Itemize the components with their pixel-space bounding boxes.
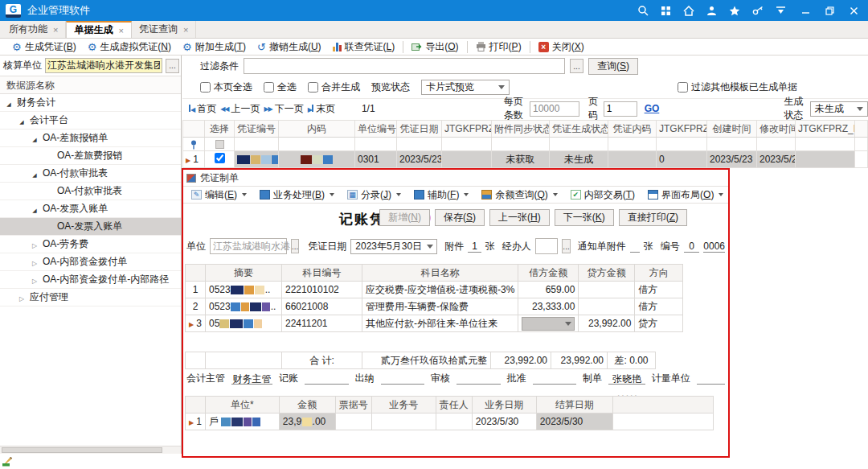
collapse-icon[interactable] — [31, 239, 39, 250]
generation-status-select[interactable]: 未生成 — [810, 101, 868, 117]
close-icon[interactable] — [850, 6, 858, 15]
user-icon[interactable] — [706, 6, 717, 16]
tab-close-icon[interactable] — [183, 24, 188, 35]
list-data-row[interactable]: 1 0301 2023/5/23 未获取 未生成 0 2023/5/23 202… — [183, 151, 868, 168]
debit-amount-dropdown[interactable] — [522, 317, 575, 331]
tree-item-payment-approval[interactable]: OA-付款审批表 — [0, 165, 181, 183]
edit-menu[interactable]: ✎编辑(E) — [187, 187, 251, 203]
go-link[interactable]: GO — [645, 103, 660, 114]
direct-print-button[interactable]: 直接打印(Z) — [619, 209, 687, 226]
entry-row[interactable]: 2 0523.. 66021008 管理费用-车辆费-保险费 23,333.00… — [186, 298, 683, 315]
tree-item-labor-fee[interactable]: OA-劳务费 — [0, 236, 181, 253]
business-process-menu[interactable]: 业务处理(B) — [256, 187, 338, 203]
star-icon[interactable] — [729, 6, 740, 16]
attachment-count-field[interactable]: 1 — [468, 241, 481, 253]
collapse-icon[interactable] — [31, 257, 39, 268]
expand-icon[interactable] — [5, 97, 13, 109]
search-icon[interactable] — [637, 5, 649, 16]
entry-row[interactable]: 1 0523.. 2221010102 应交税费-应交增值税-进项税额-3% 6… — [186, 282, 683, 298]
expand-icon[interactable] — [31, 204, 39, 215]
notice-count-field[interactable] — [630, 241, 640, 253]
voucher-no-field-2[interactable]: 0006 — [703, 241, 725, 253]
unit-more-button[interactable]: ... — [291, 239, 299, 253]
accounting-unit-input[interactable] — [45, 58, 162, 73]
print-button[interactable]: 打印(P) — [470, 39, 527, 55]
scrollbar-thumb[interactable] — [2, 447, 162, 453]
auditor-field[interactable] — [457, 372, 501, 385]
tab-document-generation[interactable]: 单据生成 — [66, 21, 131, 38]
merge-generate-checkbox[interactable]: 合并生成 — [308, 80, 360, 94]
tree-item-accounting-platform[interactable]: 会计平台 — [0, 112, 181, 130]
detail-data-row[interactable]: 1 戶 23,992.00 2023/5/30 2023/5/30 — [186, 413, 714, 430]
generate-virtual-voucher-button[interactable]: ⚙生成虚拟凭证(N) — [82, 39, 177, 55]
unit-field[interactable]: 江苏盐城港响水港... — [210, 238, 287, 254]
layout-menu[interactable]: 界面布局(O) — [644, 187, 727, 203]
tree-item-invoice-entry[interactable]: OA-发票入账单 — [0, 200, 181, 218]
next-voucher-button[interactable]: 下一张(K) — [555, 209, 614, 226]
collapse-icon[interactable] — [18, 292, 26, 303]
filter-more-button[interactable]: ... — [570, 59, 583, 73]
export-button[interactable]: 导出(O) — [406, 39, 464, 55]
tab-voucher-query[interactable]: 凭证查询 — [132, 21, 196, 38]
undo-generate-button[interactable]: ↺撤销生成(U) — [252, 39, 327, 55]
expand-icon[interactable] — [31, 133, 39, 144]
filter-other-templates-checkbox[interactable]: 过滤其他模板已生成单据 — [678, 80, 797, 94]
voucher-no-field-1[interactable]: 0 — [684, 241, 700, 253]
checkbox[interactable] — [200, 82, 211, 93]
entries-menu[interactable]: ▦分录(J) — [343, 187, 405, 203]
expand-icon[interactable] — [18, 115, 26, 126]
debit-amount-cell[interactable] — [518, 315, 579, 332]
select-all-checkbox[interactable]: 全选 — [264, 80, 297, 94]
minimize-icon[interactable] — [801, 6, 810, 15]
entry-row-selected[interactable]: 3 05 22411201 其他应付款-外部往来-单位往来 23,992.00 … — [186, 315, 683, 332]
tab-close-icon[interactable] — [53, 24, 58, 35]
cashier-field[interactable] — [381, 372, 425, 385]
tree-item-travel-expense-form[interactable]: OA-差旅报销单 — [0, 130, 181, 147]
add-button[interactable]: 新增(N) — [379, 209, 430, 226]
filter-menu-icon[interactable] — [776, 6, 786, 15]
tree-item-payment-approval-leaf[interactable]: OA-付款审批表 — [0, 183, 181, 200]
measure-unit-field[interactable] — [697, 372, 725, 385]
page-number-input[interactable] — [604, 101, 637, 117]
preview-state-select[interactable]: 卡片式预览 — [421, 80, 510, 95]
apps-icon[interactable] — [661, 6, 671, 16]
prev-page-button[interactable]: ◀◀上一页 — [220, 102, 260, 116]
per-page-input[interactable] — [530, 101, 579, 117]
handler-field[interactable] — [535, 238, 559, 254]
row-checkbox[interactable] — [215, 153, 225, 163]
select-page-checkbox[interactable]: 本页全选 — [200, 80, 252, 94]
close-button[interactable]: 关闭(X) — [533, 39, 590, 55]
tree-item-financial-accounting[interactable]: 财务会计 — [0, 94, 181, 112]
checkbox[interactable] — [264, 82, 274, 93]
balance-query-menu[interactable]: 余额查询(Q) — [477, 187, 561, 203]
query-button[interactable]: 查询(S) — [588, 58, 638, 75]
tab-all-functions[interactable]: 所有功能 — [2, 21, 66, 38]
last-page-button[interactable]: ▶末页 — [308, 102, 335, 116]
linked-query-voucher-button[interactable]: 联查凭证(L) — [327, 39, 401, 55]
checkbox[interactable] — [308, 82, 318, 93]
maker-value[interactable]: 张晓艳 — [608, 372, 645, 385]
horizontal-scrollbar[interactable] — [0, 446, 181, 454]
row-select-cell[interactable] — [205, 151, 235, 168]
tab-close-icon[interactable] — [118, 25, 123, 36]
home-icon[interactable] — [683, 6, 694, 16]
bookkeeper-field[interactable] — [305, 372, 349, 385]
save-button[interactable]: 保存(S) — [435, 209, 485, 226]
key-icon[interactable] — [752, 6, 764, 16]
checkbox[interactable] — [678, 82, 688, 93]
tree-item-invoice-entry-leaf-selected[interactable]: OA-发票入账单 — [0, 218, 181, 236]
tree-item-travel-expense[interactable]: OA-差旅费报销 — [0, 147, 181, 165]
expand-icon[interactable] — [31, 168, 39, 179]
tree-item-internal-fund-transfer-path[interactable]: OA-内部资金拨付单-内部路径 — [0, 271, 181, 289]
pin-icon[interactable] — [183, 138, 205, 151]
chief-accountant-value[interactable]: 财务主管 — [231, 372, 272, 385]
tree-item-payables-management[interactable]: 应付管理 — [0, 289, 181, 306]
first-page-button[interactable]: ◀首页 — [189, 102, 216, 116]
approver-field[interactable] — [533, 372, 577, 385]
tree-item-internal-fund-transfer[interactable]: OA-内部资金拨付单 — [0, 253, 181, 271]
prev-voucher-button[interactable]: 上一张(H) — [489, 209, 550, 226]
generate-voucher-button[interactable]: ⚙生成凭证(B) — [6, 39, 82, 55]
internal-transaction-menu[interactable]: ✔内部交易(T) — [567, 187, 639, 203]
accounting-unit-more-button[interactable]: ... — [166, 59, 179, 73]
handler-more-button[interactable]: ... — [562, 239, 570, 253]
